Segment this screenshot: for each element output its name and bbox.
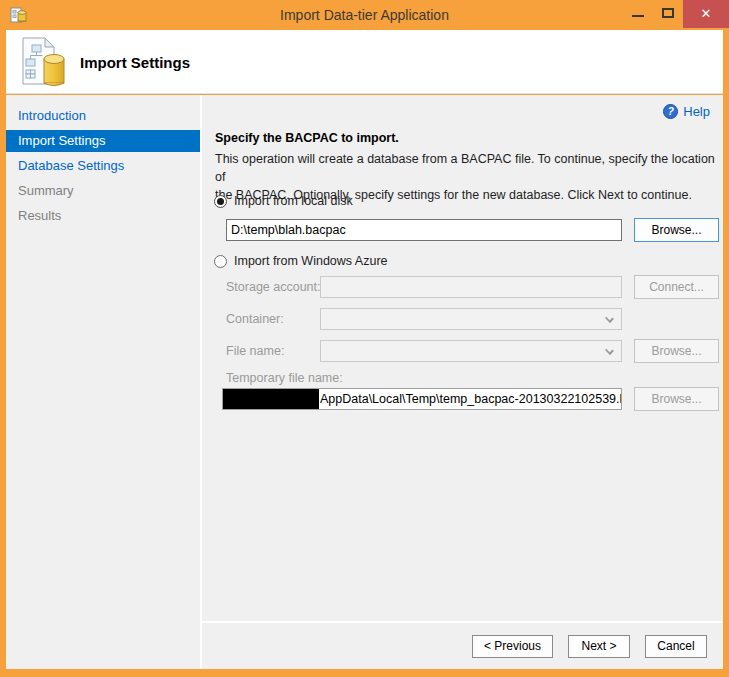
temporary-file-name-field[interactable]: AppData\Local\Temp\temp_bacpac-201303221… (222, 388, 622, 410)
minimize-button[interactable] (623, 0, 653, 28)
help-icon: ? (663, 104, 678, 119)
sidebar-item-import-settings[interactable]: Import Settings (6, 130, 200, 152)
radio-checked-icon (214, 195, 227, 208)
chevron-down-icon (605, 314, 614, 323)
radio-unchecked-icon (214, 255, 227, 268)
wizard-footer: < Previous Next > Cancel (202, 623, 723, 669)
page-title: Import Settings (80, 54, 190, 71)
temporary-file-name-value: AppData\Local\Temp\temp_bacpac-201303221… (320, 389, 622, 409)
sidebar-item-database-settings[interactable]: Database Settings (6, 155, 200, 177)
import-settings-page: ? Help Specify the BACPAC to import. Thi… (202, 95, 723, 669)
minimize-icon (632, 15, 644, 17)
wizard-header: Import Settings (6, 30, 723, 94)
file-name-dropdown (320, 340, 622, 362)
connect-button: Connect... (634, 275, 719, 299)
radio-import-local-disk[interactable]: Import from local disk (214, 194, 353, 208)
wizard-steps-sidebar: Introduction Import Settings Database Se… (6, 95, 200, 669)
radio-import-local-disk-label: Import from local disk (234, 194, 353, 208)
wizard-body: Introduction Import Settings Database Se… (6, 95, 723, 669)
cancel-button[interactable]: Cancel (645, 635, 707, 658)
redacted-path-segment (222, 388, 319, 410)
import-settings-icon (20, 37, 68, 89)
titlebar: Import Data-tier Application ✕ (0, 0, 729, 30)
temporary-file-name-label: Temporary file name: (226, 371, 343, 385)
chevron-down-icon (605, 346, 614, 355)
browse-azure-file-button: Browse... (634, 339, 719, 363)
browse-local-button[interactable]: Browse... (634, 218, 719, 242)
storage-account-input (320, 276, 622, 298)
file-name-label: File name: (226, 344, 284, 358)
section-heading: Specify the BACPAC to import. (215, 131, 399, 145)
next-button[interactable]: Next > (568, 635, 630, 658)
maximize-icon (662, 8, 674, 18)
previous-button[interactable]: < Previous (472, 635, 553, 658)
container-dropdown (320, 308, 622, 330)
container-label: Container: (226, 312, 284, 326)
bacpac-path-input[interactable] (226, 219, 622, 241)
close-button[interactable]: ✕ (683, 0, 729, 28)
sidebar-item-introduction[interactable]: Introduction (6, 105, 200, 127)
help-label: Help (683, 104, 710, 119)
radio-import-windows-azure-label: Import from Windows Azure (234, 254, 388, 268)
window-title: Import Data-tier Application (0, 0, 729, 30)
browse-temp-file-button: Browse... (634, 387, 719, 411)
import-data-tier-application-window: Import Data-tier Application ✕ (0, 0, 729, 677)
storage-account-label: Storage account: (226, 280, 321, 294)
help-link[interactable]: ? Help (663, 104, 710, 119)
sidebar-item-results: Results (6, 205, 200, 227)
sidebar-item-summary: Summary (6, 180, 200, 202)
maximize-button[interactable] (653, 0, 683, 28)
radio-import-windows-azure[interactable]: Import from Windows Azure (214, 254, 388, 268)
